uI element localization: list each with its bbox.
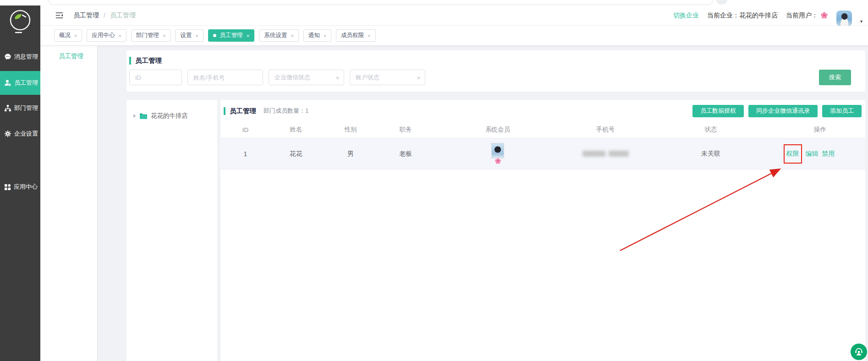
sidebar-item-messages[interactable]: 消息管理 — [0, 47, 40, 67]
breadcrumb-separator: / — [104, 12, 105, 19]
current-user: 当前用户： — [786, 11, 828, 20]
member-avatar[interactable] — [491, 143, 504, 159]
employee-table-panel: 员工管理 部门成员数量：1 员工数据授权 同步企业微信通讯录 添加员工 ID 姓… — [220, 100, 865, 361]
submenu-item-employees[interactable]: 员工管理 — [40, 52, 97, 60]
col-header-actions: 操作 — [775, 126, 865, 134]
avatar-caret-icon[interactable]: ▾ — [860, 19, 863, 24]
table-header-row: ID 姓名 性别 职务 系统会员 手机号 状态 操作 — [220, 121, 865, 138]
search-panel-title: 员工管理 — [126, 50, 865, 65]
col-header-id: ID — [220, 126, 270, 133]
tree-node-label: 花花的牛排店 — [151, 112, 188, 120]
close-icon[interactable]: × — [368, 33, 370, 38]
browser-urlbar-remnant — [48, 0, 714, 5]
breadcrumb-level1[interactable]: 员工管理 — [73, 11, 99, 20]
logo-icon — [7, 8, 33, 35]
user-avatar[interactable] — [836, 11, 852, 26]
wechat-status-select[interactable]: 企业微信状态 ∨ — [269, 70, 344, 85]
close-icon[interactable]: × — [163, 33, 165, 38]
col-header-name: 姓名 — [270, 126, 321, 134]
row-status: 未关联 — [647, 150, 775, 158]
row-phone-redacted — [564, 151, 647, 157]
name-phone-input[interactable] — [187, 70, 263, 85]
tab-settings[interactable]: 设置× — [175, 29, 203, 42]
breadcrumb: 员工管理 / 员工管理 — [73, 11, 136, 20]
sync-wechat-contacts-button[interactable]: 同步企业微信通讯录 — [748, 105, 818, 117]
close-icon[interactable]: × — [324, 33, 326, 38]
row-name: 花花 — [270, 150, 321, 158]
row-id: 1 — [220, 150, 270, 158]
current-user-label: 当前用户： — [786, 11, 818, 20]
gear-icon — [4, 130, 11, 137]
sidebar-item-departments[interactable]: 部门管理 — [0, 98, 40, 118]
search-filters: 企业微信状态 ∨ 账户状态 ∨ — [129, 70, 425, 85]
add-employee-button[interactable]: 添加员工 — [822, 105, 862, 117]
id-input[interactable] — [129, 70, 182, 85]
tab-system-settings[interactable]: 系统设置× — [259, 29, 298, 42]
department-tree-panel: 花花的牛排店 — [126, 100, 217, 361]
org-icon — [4, 104, 11, 112]
main-sidebar: 消息管理 员工管理 部门管理 — [0, 5, 40, 361]
chevron-down-icon: ∨ — [335, 75, 340, 80]
employee-panel-header: 员工管理 部门成员数量：1 员工数据授权 同步企业微信通讯录 添加员工 — [224, 104, 862, 117]
close-icon[interactable]: × — [74, 33, 77, 38]
search-button[interactable]: 搜索 — [819, 70, 851, 85]
folder-icon — [139, 113, 148, 120]
breadcrumb-level2: 员工管理 — [110, 11, 136, 20]
annotation-red-box: 权限 — [784, 144, 802, 164]
browser-edge-strip — [0, 0, 868, 5]
apps-icon — [4, 184, 11, 191]
employee-icon — [4, 79, 11, 87]
app-header: 员工管理 / 员工管理 切换企业 当前企业：花花的牛排店 当前用户： ▾ — [40, 5, 868, 26]
employee-toolbar: 员工数据授权 同步企业微信通讯录 添加员工 — [692, 105, 862, 117]
col-header-status: 状态 — [647, 126, 775, 134]
tree-node-company[interactable]: 花花的牛排店 — [126, 100, 217, 120]
tab-departments[interactable]: 部门管理× — [131, 29, 170, 42]
employee-panel-title: 员工管理 — [224, 107, 256, 115]
customer-service-button[interactable] — [851, 344, 867, 360]
flower-badge-icon — [494, 158, 501, 164]
row-job: 老板 — [380, 150, 431, 158]
col-header-job: 职务 — [380, 126, 431, 134]
tab-notifications[interactable]: 通知× — [303, 29, 331, 42]
header-right: 切换企业 当前企业：花花的牛排店 当前用户： ▾ — [673, 5, 863, 26]
edit-link[interactable]: 编辑 — [806, 150, 819, 158]
message-icon — [4, 53, 11, 60]
title-accent-bar — [224, 107, 225, 115]
sidebar-item-employees[interactable]: 员工管理 — [0, 71, 40, 95]
col-header-phone: 手机号 — [564, 126, 647, 134]
switch-company-link[interactable]: 切换企业 — [673, 11, 699, 20]
phone-blur — [582, 151, 629, 157]
account-status-select[interactable]: 账户状态 ∨ — [350, 70, 425, 85]
permission-link[interactable]: 权限 — [786, 150, 799, 157]
search-panel: 员工管理 企业微信状态 ∨ 账户状态 ∨ 搜索 — [126, 50, 865, 92]
tab-employees-active[interactable]: 员工管理× — [208, 29, 254, 42]
sidebar-item-company-settings[interactable]: 企业设置 — [0, 124, 40, 144]
close-icon[interactable]: × — [247, 33, 249, 38]
current-company: 当前企业：花花的牛排店 — [707, 11, 778, 20]
row-actions: 权限 编辑 禁用 — [775, 144, 865, 164]
close-icon[interactable]: × — [291, 33, 293, 38]
open-tabs-bar: 概况× 应用中心× 部门管理× 设置× 员工管理× 系统设置× 通知× 成员权限… — [40, 26, 868, 46]
browser-avatar-remnant — [716, 0, 728, 5]
col-header-gender: 性别 — [321, 126, 380, 134]
headset-icon — [854, 347, 864, 357]
row-gender: 男 — [321, 150, 380, 158]
employee-data-authorize-button[interactable]: 员工数据授权 — [692, 105, 744, 117]
close-icon[interactable]: × — [195, 33, 198, 38]
tab-member-permissions[interactable]: 成员权限× — [336, 29, 375, 42]
tab-app-center[interactable]: 应用中心× — [87, 29, 126, 42]
secondary-sidebar: 员工管理 — [40, 46, 98, 361]
sidebar-item-label: 应用中心 — [14, 183, 38, 191]
flower-badge-icon — [820, 11, 828, 19]
close-icon[interactable]: × — [118, 33, 121, 38]
collapse-menu-icon[interactable] — [55, 12, 63, 19]
chevron-down-icon: ∨ — [416, 75, 421, 80]
sidebar-item-label: 员工管理 — [14, 79, 38, 87]
tree-expand-caret-icon[interactable] — [133, 114, 136, 118]
sidebar-item-app-center[interactable]: 应用中心 — [0, 177, 40, 197]
tab-overview[interactable]: 概况× — [54, 29, 82, 42]
sidebar-item-label: 企业设置 — [14, 130, 38, 138]
title-accent-bar — [129, 57, 131, 65]
member-count: 部门成员数量：1 — [264, 107, 308, 115]
disable-link[interactable]: 禁用 — [822, 150, 835, 158]
